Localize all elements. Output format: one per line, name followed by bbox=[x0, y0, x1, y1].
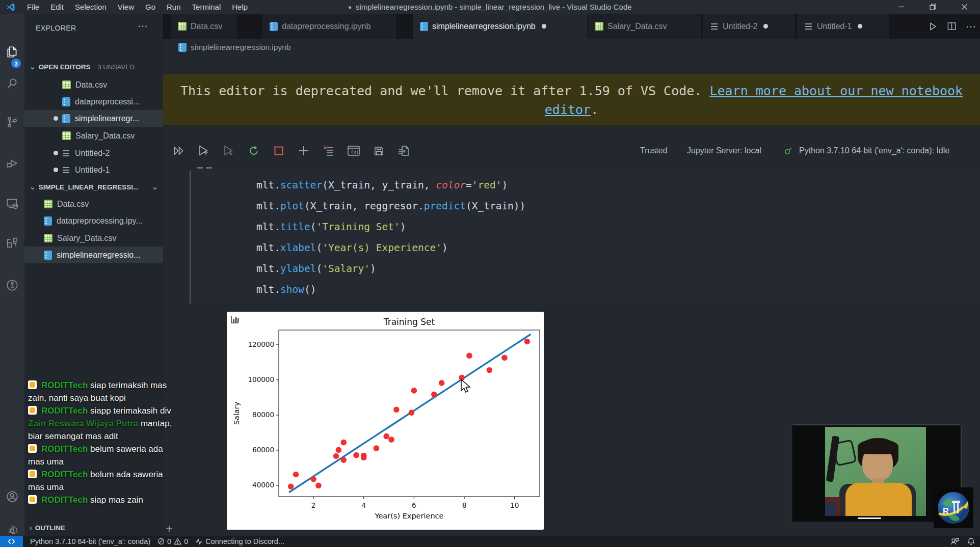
open-editor-untitled-2[interactable]: Untitled-2 bbox=[24, 145, 163, 161]
restore-button[interactable] bbox=[917, 0, 948, 14]
save-icon[interactable] bbox=[371, 143, 386, 158]
code-editor[interactable]: mlt.scatter(X_train, y_train, color='red… bbox=[256, 175, 525, 300]
connected-plug-icon bbox=[784, 147, 792, 155]
channel-logo: R bbox=[934, 487, 973, 528]
untitled-file-icon bbox=[710, 22, 719, 31]
minimize-button[interactable] bbox=[885, 0, 917, 14]
modified-dot: ● bbox=[348, 4, 352, 10]
menu-go[interactable]: Go bbox=[140, 3, 161, 11]
section-open-editors[interactable]: ⌄ OPEN EDITORS 3 UNSAVED bbox=[24, 59, 163, 75]
python-interpreter-status[interactable]: Python 3.7.10 64-bit ('env_a': conda) bbox=[30, 537, 150, 545]
remote-indicator[interactable] bbox=[0, 536, 23, 547]
file-simplelinearregression[interactable]: simplelinearregressio... bbox=[24, 247, 163, 263]
sidebar-title: EXPLORER bbox=[36, 24, 76, 32]
run-cells-above-icon[interactable] bbox=[196, 143, 211, 158]
open-editor-salary-data[interactable]: Salary_Data.csv bbox=[24, 127, 163, 144]
file-salary-data[interactable]: Salary_Data.csv bbox=[24, 230, 163, 247]
chat-message: RODITTech siapp terimakasih div bbox=[28, 404, 177, 417]
svg-text:(x): (x) bbox=[351, 150, 359, 155]
feedback-icon[interactable] bbox=[950, 537, 959, 545]
vscode-logo-icon bbox=[6, 3, 15, 12]
editor-more-actions-icon[interactable]: ⋯ bbox=[966, 20, 976, 33]
run-file-icon[interactable] bbox=[928, 21, 938, 32]
file-data-csv[interactable]: Data.csv bbox=[24, 196, 163, 212]
section-folder[interactable]: ⌄ SIMPLE_LINEAR_REGRESSI... ⌄ bbox=[24, 179, 163, 195]
modified-dot bbox=[54, 168, 58, 172]
chat-message: Zain Reswara Wijaya Putra mantap, biar s… bbox=[28, 417, 177, 443]
file-datapreprocessing[interactable]: datapreprocessing.ipy... bbox=[24, 212, 163, 229]
cell-handle[interactable] bbox=[206, 167, 212, 169]
vscode-window: File Edit Selection View Go Run Terminal… bbox=[0, 0, 980, 547]
sidebar-more-icon[interactable]: ⋯ bbox=[138, 20, 148, 32]
untitled-file-icon bbox=[62, 166, 70, 175]
notebook-file-icon bbox=[420, 22, 428, 31]
banner-suffix: . bbox=[591, 102, 598, 117]
problems-status[interactable]: 0 0 bbox=[157, 537, 188, 545]
tab-salary-data[interactable]: Salary_Data.csv bbox=[588, 14, 701, 39]
export-notebook-icon[interactable] bbox=[396, 143, 411, 158]
restart-kernel-icon[interactable] bbox=[246, 143, 261, 158]
chat-message: RODITTech belum saweria ada mas uma bbox=[28, 443, 177, 468]
plot-viewer-icon[interactable] bbox=[230, 315, 240, 324]
unsaved-badge: 3 UNSAVED bbox=[98, 63, 135, 71]
menu-help[interactable]: Help bbox=[226, 3, 253, 11]
close-button[interactable] bbox=[948, 0, 980, 14]
tab-untitled-2[interactable]: Untitled-2 bbox=[703, 14, 795, 39]
tab-datapreprocessing[interactable]: datapreprocessing.ipynb bbox=[262, 14, 396, 39]
tab-simplelinearregression[interactable]: simplelinearregression.ipynb bbox=[413, 14, 587, 39]
warning-icon bbox=[174, 538, 181, 545]
trusted-status[interactable]: Trusted bbox=[640, 146, 668, 155]
member-badge-icon bbox=[28, 444, 37, 453]
jupyter-server-status[interactable]: Jupyter Server: local bbox=[687, 146, 761, 155]
menu-file[interactable]: File bbox=[21, 3, 45, 11]
clear-outputs-icon[interactable] bbox=[321, 143, 336, 158]
source-control-icon[interactable] bbox=[6, 116, 19, 129]
window-title: ● simplelinearregression.ipynb - simple_… bbox=[348, 0, 631, 14]
notebook-file-icon bbox=[44, 251, 52, 260]
run-cells-below-icon[interactable] bbox=[221, 143, 236, 158]
menu-selection[interactable]: Selection bbox=[69, 3, 112, 11]
svg-text:40000: 40000 bbox=[252, 481, 274, 489]
open-editor-untitled-1[interactable]: Untitled-1 bbox=[24, 161, 163, 178]
menu-view[interactable]: View bbox=[112, 3, 140, 11]
search-icon[interactable] bbox=[6, 77, 19, 90]
split-editor-icon[interactable] bbox=[947, 21, 957, 31]
extensions-icon[interactable] bbox=[6, 236, 19, 250]
chevron-down-icon: ⌄ bbox=[30, 63, 36, 71]
open-editor-simplelinearregression[interactable]: simplelinearregr... bbox=[24, 110, 163, 127]
account-icon[interactable] bbox=[6, 490, 19, 503]
section-outline[interactable]: › OUTLINE bbox=[24, 519, 163, 536]
kernel-status[interactable]: Python 3.7.10 64-bit ('env_a': conda): I… bbox=[799, 146, 978, 155]
stream-chat-overlay: RODITTech siap terimaksih mas zain, nant… bbox=[28, 379, 177, 506]
activity-bar: 3 bbox=[0, 14, 24, 536]
notifications-bell-icon[interactable] bbox=[967, 537, 975, 545]
run-debug-icon[interactable] bbox=[6, 156, 19, 170]
interrupt-kernel-icon[interactable] bbox=[271, 143, 286, 158]
breadcrumb[interactable]: simplelinearregression.ipynb bbox=[163, 39, 980, 56]
chat-message: RODITTech siap terimaksih mas zain, nant… bbox=[28, 379, 177, 404]
pulse-icon bbox=[195, 538, 203, 545]
error-icon bbox=[157, 538, 165, 545]
add-cell-bottom-icon[interactable]: + bbox=[166, 522, 173, 536]
chevron-down-icon[interactable]: ⌄ bbox=[152, 183, 158, 191]
run-all-cells-icon[interactable] bbox=[171, 143, 187, 158]
svg-text:80000: 80000 bbox=[252, 411, 274, 419]
remote-explorer-icon[interactable] bbox=[6, 197, 19, 210]
tab-untitled-1[interactable]: Untitled-1 bbox=[798, 14, 889, 39]
menu-run[interactable]: Run bbox=[161, 3, 187, 11]
svg-text:4: 4 bbox=[361, 501, 366, 509]
open-editor-datapreprocessing[interactable]: datapreprocessi... bbox=[24, 93, 163, 110]
explorer-icon[interactable] bbox=[6, 45, 19, 59]
cell-handle[interactable] bbox=[197, 167, 203, 169]
open-editor-data-csv[interactable]: Data.csv bbox=[24, 76, 163, 93]
svg-text:2: 2 bbox=[311, 501, 316, 509]
add-cell-icon[interactable] bbox=[296, 143, 311, 158]
menu-edit[interactable]: Edit bbox=[45, 3, 69, 11]
csv-file-icon bbox=[44, 234, 52, 242]
discord-status[interactable]: Connecting to Discord... bbox=[195, 537, 284, 545]
variables-panel-icon[interactable]: (x) bbox=[346, 143, 361, 158]
menu-terminal[interactable]: Terminal bbox=[187, 3, 227, 11]
notebook-kernel-icon[interactable] bbox=[6, 279, 19, 292]
tab-data-csv[interactable]: Data.csv bbox=[171, 14, 237, 39]
notebook-file-icon bbox=[62, 97, 70, 106]
